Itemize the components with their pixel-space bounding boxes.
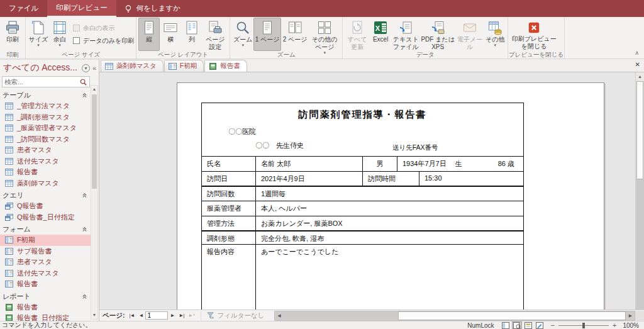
sidebar-item-table[interactable]: 報告書 [0,167,91,178]
zoom-level[interactable]: 100% [623,322,639,329]
scrollbar-thumb[interactable] [92,94,97,189]
page-size-icon [30,20,47,35]
sidebar-item-table[interactable]: _管理方法マスタ [0,101,91,112]
sidebar-item-table[interactable]: _調剤形態マスタ [0,112,91,123]
sidebar-item-query[interactable]: Q報告書_日付指定 [0,212,91,223]
report-row-manager: 服薬管理者 本人, ヘルパー [202,201,523,216]
print-preview-view-icon[interactable] [512,321,522,329]
table-icon [5,114,13,121]
one-page-button[interactable]: 1 ページ [253,18,281,51]
query-icon [5,203,13,209]
doc-tab-f-shoki[interactable]: F初期 [164,60,204,72]
section-header-reports[interactable]: レポート [0,291,91,302]
print-button[interactable]: 印刷 [2,18,23,51]
sidebar-item-form[interactable]: 患者マスタ [0,257,91,268]
search-input[interactable] [4,78,79,86]
print-preview-area[interactable]: 訪問薬剤管理指導・報告書 〇〇医院 〇〇 先生侍史 送り先FAX番号 氏名 名前… [99,72,644,309]
scroll-right-icon[interactable]: ▶ [626,311,635,320]
section-header-forms[interactable]: フォーム [0,224,91,235]
report-page[interactable]: 訪問薬剤管理指導・報告書 〇〇医院 〇〇 先生侍史 送り先FAX番号 氏名 名前… [177,82,604,309]
next-page-button[interactable]: ► [168,313,177,318]
scroll-up-icon[interactable]: ▲ [91,86,97,93]
scrollbar-thumb[interactable] [398,311,626,320]
current-page-input[interactable] [145,311,168,320]
export-excel-button[interactable]: Excel [370,18,391,51]
scroll-left-icon[interactable]: ◀ [275,311,283,320]
previous-page-button[interactable]: ◄ [137,313,146,318]
columns-icon [184,20,200,35]
ribbon-tab-bar: ファイル 印刷プレビュー 何をしますか [0,0,644,17]
group-label-data: データ [343,51,507,59]
page-size-button[interactable]: サイズ ▾ [28,18,49,51]
tell-me-box[interactable]: 何をしますか [116,0,188,17]
tab-print-preview[interactable]: 印刷プレビュー [47,0,116,17]
last-page-button[interactable]: ► [177,313,186,318]
zoom-in-icon[interactable]: + [613,321,616,329]
sidebar-scrollbar[interactable]: ▲ ▼ [91,85,98,320]
layout-view-icon[interactable] [523,321,533,329]
close-document-icon[interactable]: ✕ [635,61,640,68]
report-box: 訪問薬剤管理指導・報告書 〇〇医院 〇〇 先生侍史 送り先FAX番号 氏名 名前… [201,103,524,309]
page-setup-button[interactable]: ページ設定 [203,18,228,51]
first-page-button[interactable]: ◄ [128,313,137,318]
zoom-button[interactable]: ズーム ▾ [232,18,253,51]
sidebar-item-table[interactable]: _訪問回数マスタ [0,134,91,145]
navigation-list: テーブル _管理方法マスタ _調剤形態マスタ _服薬管理者マスタ _訪問回数マス… [0,89,91,321]
print-data-only-checkbox[interactable]: データのみを印刷 [73,36,134,45]
landscape-button[interactable]: 横 [160,18,181,51]
doc-tab-yakuzaishi-master[interactable]: 薬剤師マスタ [101,60,164,72]
sidebar-item-form[interactable]: サブ報告書 [0,246,91,257]
more-export-button[interactable]: その他 ▾ [484,18,506,51]
sidebar-item-query[interactable]: Q報告書 [0,201,91,212]
two-pages-button[interactable]: 2 ページ [281,18,309,51]
sidebar-item-table[interactable]: 薬剤師マスタ [0,178,91,189]
section-header-tables[interactable]: テーブル [0,90,91,101]
zoom-slider-track[interactable] [558,325,609,326]
ribbon-group-zoom: ズーム ▾ 1 ページ 2 ページ その他のページ ▾ ズーム [230,17,343,59]
scroll-down-icon[interactable]: ▼ [91,311,97,319]
more-pages-button[interactable]: その他のページ ▾ [309,18,340,51]
sidebar-item-table[interactable]: _服薬管理者マスタ [0,123,91,134]
group-label-page-size: ページ サイズ [26,51,135,59]
form-view-icon[interactable] [501,321,511,329]
scrollbar-thumb[interactable] [636,81,643,179]
portrait-icon [141,20,157,35]
report-clinic: 〇〇医院 [228,127,256,137]
zoom-slider[interactable]: − + [551,321,617,329]
nav-pane-menu-icon[interactable]: ▼ [82,64,90,72]
sidebar-item-report[interactable]: 報告書_日付指定 [0,313,91,321]
columns-button[interactable]: 列 [181,18,203,51]
sidebar-item-form[interactable]: 送付先マスタ [0,268,91,279]
export-pdf-xps-button[interactable]: PDF または XPS [420,18,455,51]
collapse-section-icon [82,294,87,299]
page-label: ページ: [99,311,128,320]
collapse-ribbon-icon[interactable]: ∧ [635,50,639,56]
tab-file[interactable]: ファイル [0,0,47,17]
doc-tab-hokokusho[interactable]: 報告書 [204,60,247,72]
horizontal-scrollbar[interactable]: ◀ ▶ [274,311,635,321]
design-view-icon[interactable] [535,321,545,329]
report-icon [209,63,217,70]
portrait-button[interactable]: 縦 [138,18,160,51]
table-icon [5,158,13,165]
zoom-out-icon[interactable]: − [551,321,555,329]
preview-vertical-scrollbar[interactable]: ▲ [635,72,644,309]
export-text-file-button[interactable]: テキスト ファイル [391,18,420,51]
search-box[interactable] [2,76,90,87]
filter-status-button[interactable]: フィルターなし [201,311,269,320]
shutter-bar-icon[interactable]: « [92,64,96,72]
scroll-up-icon[interactable]: ▲ [636,72,644,81]
one-page-icon [259,20,275,35]
status-bar: コマンドを入力してください。 NumLock − + 100% [0,321,644,329]
sidebar-item-report[interactable]: 報告書 [0,302,91,313]
report-icon [5,315,13,321]
section-header-queries[interactable]: クエリ [0,190,91,201]
sidebar-item-table[interactable]: 患者マスタ [0,145,91,156]
close-print-preview-button[interactable]: 印刷プレビューを閉じる [510,18,558,51]
zoom-slider-thumb[interactable] [582,323,585,328]
margins-button[interactable]: 余白 ▾ [49,18,70,51]
scrollbar-track[interactable] [636,179,644,309]
sidebar-item-table[interactable]: 送付先マスタ [0,156,91,167]
sidebar-item-form-selected[interactable]: F初期 [0,235,91,246]
sidebar-item-form[interactable]: 報告書 [0,279,91,290]
